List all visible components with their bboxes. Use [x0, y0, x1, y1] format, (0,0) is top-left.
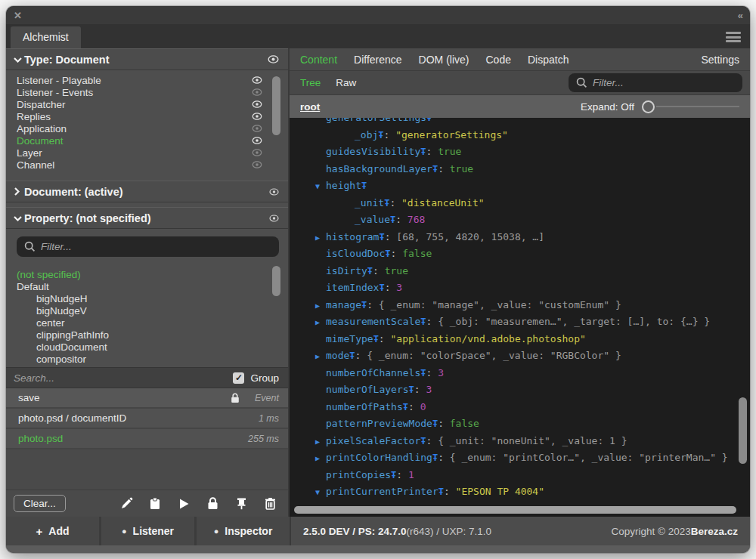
tree-node[interactable]: printCopiesŦ: 1 [305, 467, 730, 484]
tab-dispatch[interactable]: Dispatch [528, 54, 569, 66]
tree-node[interactable]: ▶printColorHandlingŦ: { _enum: "printCol… [305, 449, 730, 467]
property-list-item[interactable]: center [6, 317, 288, 329]
pin-icon[interactable]: Ŧ [438, 486, 444, 497]
tree-key[interactable]: printCopies [326, 469, 391, 480]
collapse-arrow-icon[interactable]: ▶ [315, 450, 326, 467]
property-list-item[interactable]: (not specified) [6, 268, 288, 280]
tree-node[interactable]: ▶modeŦ: { _enum: "colorSpace", _value: "… [305, 347, 730, 365]
tree-key[interactable]: _obj [355, 129, 378, 141]
type-list-item[interactable]: Replies [6, 110, 288, 122]
tab-code[interactable]: Code [486, 54, 511, 66]
tree-node[interactable]: ▼printCurrentPrinterŦ: "EPSON TP 4004" [305, 483, 730, 501]
section-header-document[interactable]: Document: (active) [6, 181, 288, 202]
tree-key[interactable]: guidesVisibility [326, 146, 420, 157]
log-search-input[interactable] [14, 372, 233, 384]
tree-node[interactable]: isCloudDocŦ: false [305, 246, 730, 263]
eye-icon[interactable] [252, 149, 262, 156]
tree-key[interactable]: numberOfLayers [326, 384, 409, 395]
tree-key[interactable]: isDirty [326, 265, 367, 276]
type-list-item[interactable]: Listener - Playable [6, 74, 288, 86]
tree-key[interactable]: _unit [355, 197, 384, 208]
tree-node[interactable]: _objŦ: "generatorSettings" [305, 127, 730, 144]
eye-icon[interactable] [268, 55, 279, 63]
trash-icon[interactable] [262, 497, 277, 510]
pin-icon[interactable]: Ŧ [409, 385, 414, 395]
type-list-item[interactable]: Dispatcher [6, 98, 288, 110]
pin-icon[interactable]: Ŧ [379, 232, 384, 242]
tree-key[interactable]: manage [326, 299, 361, 310]
group-checkbox[interactable]: ✓ [233, 372, 244, 384]
type-list-item[interactable]: Document [6, 134, 288, 147]
tab-settings[interactable]: Settings [701, 54, 739, 66]
pin-icon[interactable]: Ŧ [361, 181, 367, 191]
type-list-item[interactable]: Layer [6, 147, 288, 159]
tab-dom-live-[interactable]: DOM (live) [419, 54, 469, 66]
add-button[interactable]: +Add [6, 517, 99, 545]
property-list-item[interactable]: clippingPathInfo [6, 329, 288, 341]
tree-node[interactable]: numberOfPathsŦ: 0 [305, 399, 730, 416]
eye-icon[interactable] [269, 188, 279, 196]
tree-node[interactable]: generatorSettingsŦ [305, 118, 730, 127]
eye-icon[interactable] [252, 161, 262, 168]
expand-arrow-icon[interactable]: ▼ [315, 484, 326, 501]
tree-key[interactable]: height [326, 180, 361, 191]
pin-icon[interactable] [234, 497, 249, 510]
section-header-property[interactable]: Property: (not specified) [6, 207, 288, 229]
pin-icon[interactable]: Ŧ [378, 130, 383, 141]
breadcrumb-root-link[interactable]: root [300, 101, 320, 113]
tree-node[interactable]: ▶histogramŦ: [68, 755, 4820, 15038, …] [305, 229, 730, 246]
tree-key[interactable]: generatorSettings [326, 118, 426, 123]
content-vertical-scrollbar[interactable] [739, 397, 747, 464]
property-list-item[interactable]: bigNudgeH [6, 292, 288, 304]
eye-icon[interactable] [252, 88, 262, 96]
tree-key[interactable]: _value [355, 214, 390, 225]
log-row[interactable]: save Event [6, 388, 288, 407]
tree-content[interactable]: generatorSettingsŦ_objŦ: "generatorSetti… [290, 118, 750, 517]
section-header-type[interactable]: Type: Document [6, 48, 288, 70]
pin-icon[interactable]: Ŧ [349, 351, 355, 361]
tree-node[interactable]: _unitŦ: "distanceUnit" [305, 195, 730, 212]
type-list-item[interactable]: Application [6, 122, 288, 134]
tree-node[interactable]: ▶manageŦ: { _enum: "manage", _value: "cu… [305, 297, 730, 314]
tree-node[interactable]: numberOfChannelsŦ: 3 [305, 365, 730, 382]
collapse-arrow-icon[interactable]: ▶ [315, 314, 326, 331]
tree-node[interactable]: numberOfLayersŦ: 3 [305, 381, 730, 399]
tree-key[interactable]: histogram [326, 231, 379, 242]
expand-arrow-icon[interactable]: ▼ [315, 178, 326, 195]
tree-filter-input[interactable] [593, 77, 735, 88]
collapse-panel-icon[interactable]: « [738, 10, 742, 21]
property-list-item[interactable]: Default [6, 280, 288, 292]
lock-icon[interactable] [205, 497, 220, 510]
tab-content[interactable]: Content [300, 54, 337, 66]
type-list-item[interactable]: Listener - Events [6, 86, 288, 98]
tree-node[interactable]: ▶measurementScaleŦ: { _obj: "measuremen…… [305, 313, 730, 331]
content-horizontal-scrollbar[interactable] [294, 506, 736, 514]
property-list-scrollbar[interactable] [272, 266, 280, 296]
type-list-scrollbar[interactable] [272, 76, 280, 135]
eye-icon[interactable] [252, 125, 262, 132]
tree-node[interactable]: isDirtyŦ: true [305, 263, 730, 280]
clipboard-icon[interactable] [147, 497, 163, 510]
tree-node[interactable]: ▶pixelScaleFactorŦ: { _unit: "noneUnit",… [305, 433, 730, 450]
tree-key[interactable]: patternPreviewMode [326, 418, 432, 429]
property-filter-input[interactable] [41, 241, 271, 252]
tree-node[interactable]: hasBackgroundLayerŦ: true [305, 161, 730, 178]
tree-node[interactable]: guidesVisibilityŦ: true [305, 144, 730, 161]
tree-node[interactable]: _valueŦ: 768 [305, 212, 730, 229]
tree-node[interactable]: itemIndexŦ: 3 [305, 280, 730, 297]
tree-key[interactable]: printColorHandling [326, 452, 432, 463]
inspector-button[interactable]: ●Inspector [197, 517, 290, 545]
close-icon[interactable]: ✕ [14, 10, 22, 21]
tree-key[interactable]: pixelScaleFactor [326, 435, 420, 446]
tab-raw[interactable]: Raw [336, 77, 356, 88]
tree-key[interactable]: printCurrentPrinter [326, 486, 438, 497]
property-list-item[interactable]: bigNudgeV [6, 304, 288, 317]
collapse-arrow-icon[interactable]: ▶ [315, 434, 326, 450]
tree-key[interactable]: numberOfChannels [326, 367, 420, 378]
eye-icon[interactable] [269, 215, 279, 222]
tree-key[interactable]: isCloudDoc [326, 248, 385, 259]
pin-icon[interactable]: Ŧ [403, 402, 408, 412]
pin-icon[interactable]: Ŧ [385, 249, 390, 259]
eye-icon[interactable] [252, 76, 262, 84]
log-row[interactable]: photo.psd / documentID 1 ms [6, 409, 288, 428]
